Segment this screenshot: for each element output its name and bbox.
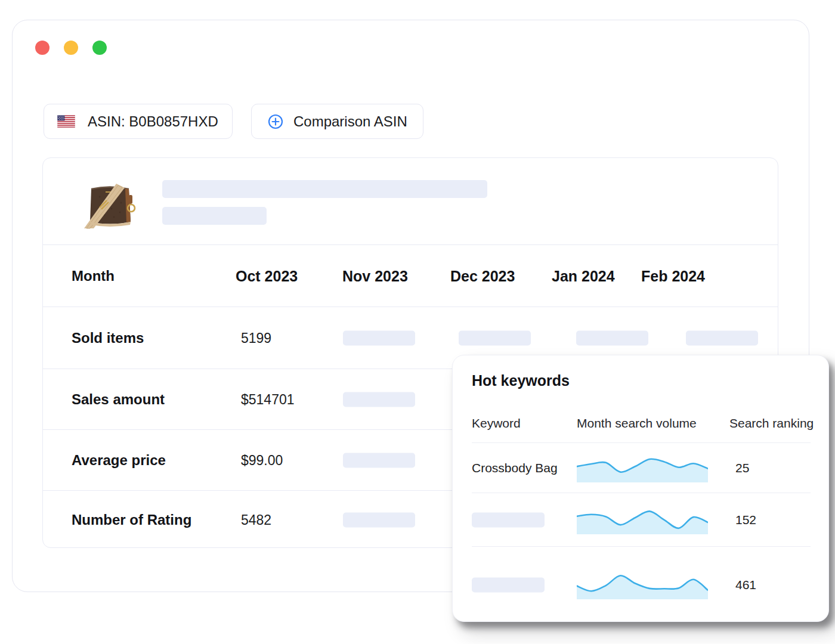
product-header: [43, 158, 778, 244]
search-ranking-value: 152: [735, 513, 756, 527]
asin-chip[interactable]: ASIN: B0B0857HXD: [44, 104, 233, 139]
value-placeholder: [343, 512, 415, 527]
column-header-jan-2024: Jan 2024: [552, 267, 615, 284]
value-placeholder: [576, 330, 648, 345]
us-flag-icon: [57, 115, 75, 128]
value-placeholder: [686, 330, 758, 345]
value-placeholder: [459, 330, 531, 345]
search-volume-sparkline: [577, 506, 708, 534]
column-header-month: Month: [72, 268, 115, 284]
column-header-feb-2024: Feb 2024: [641, 267, 705, 284]
metric-value: 5199: [241, 330, 271, 346]
row-label: Average price: [72, 452, 166, 469]
keyword-row[interactable]: 152: [472, 493, 811, 546]
keyword-row[interactable]: 461: [472, 546, 811, 623]
keyword-row[interactable]: Crossbody Bag 25: [472, 442, 811, 493]
minimize-button[interactable]: [64, 41, 78, 55]
screenshot-canvas: ASIN: B0B0857HXD Comparison ASIN: [0, 0, 835, 644]
column-header-search-ranking: Search ranking: [729, 416, 814, 431]
product-title-placeholder: [162, 180, 487, 198]
column-header-nov-2023: Nov 2023: [342, 267, 408, 284]
search-volume-sparkline: [577, 454, 708, 482]
comparison-asin-label: Comparison ASIN: [293, 113, 407, 130]
window-controls: [35, 41, 107, 55]
zoom-button[interactable]: [92, 41, 107, 55]
keyword-placeholder: [472, 512, 545, 527]
table-header-row: Month Oct 2023 Nov 2023 Dec 2023 Jan 202…: [43, 244, 778, 306]
hot-keywords-title: Hot keywords: [472, 372, 570, 389]
metric-value: 5482: [241, 512, 271, 528]
row-label: Number of Rating: [72, 512, 191, 528]
value-placeholder: [343, 453, 415, 467]
column-header-oct-2023: Oct 2023: [236, 267, 298, 284]
column-header-dec-2023: Dec 2023: [450, 267, 515, 284]
plus-circle-icon: [268, 114, 283, 129]
search-ranking-value: 461: [735, 578, 756, 592]
column-header-month-search-volume: Month search volume: [577, 416, 697, 431]
metric-value: $99.00: [241, 452, 283, 468]
keyword-label: Crossbody Bag: [472, 461, 558, 475]
row-label: Sold items: [72, 330, 144, 346]
value-placeholder: [343, 392, 415, 407]
asin-chip-label: ASIN: B0B0857HXD: [88, 113, 218, 130]
hot-keywords-card: Hot keywords Keyword Month search volume…: [452, 355, 829, 622]
comparison-asin-button[interactable]: Comparison ASIN: [251, 104, 423, 139]
keyword-placeholder: [472, 577, 545, 592]
row-label: Sales amount: [72, 391, 165, 408]
value-placeholder: [343, 330, 415, 345]
column-header-keyword: Keyword: [472, 416, 521, 431]
product-image: [82, 173, 138, 230]
metric-value: $514701: [241, 391, 295, 407]
search-volume-sparkline: [577, 571, 708, 599]
search-ranking-value: 25: [735, 461, 749, 475]
product-subtitle-placeholder: [162, 207, 267, 225]
close-button[interactable]: [35, 41, 50, 55]
